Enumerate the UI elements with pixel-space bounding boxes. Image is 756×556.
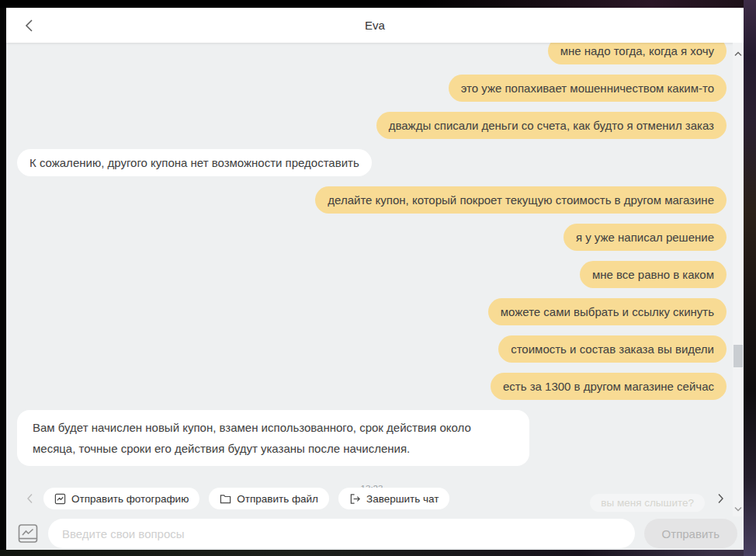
message-bubble-user: я у уже написал решение: [564, 224, 727, 251]
attach-image-icon: [18, 523, 38, 544]
quick-action-label: Отправить фотографию: [71, 493, 189, 505]
page-title: Eva: [365, 19, 385, 32]
quick-actions-toolbar: Отправить фотографию Отправить файл Заве…: [6, 488, 733, 509]
photo-icon: [54, 493, 66, 505]
chevron-left-icon: [24, 19, 35, 33]
send-button[interactable]: Отправить: [644, 519, 737, 548]
quick-action-chips: Отправить фотографию Отправить файл Заве…: [43, 488, 449, 509]
end-chat-icon: [349, 493, 361, 505]
chevron-left-icon: [26, 493, 33, 504]
message-bubble-user: это уже попахивает мошенничеством каким-…: [449, 75, 727, 102]
message-bubble-agent: К сожалению, другого купона нет возможно…: [17, 149, 372, 176]
faded-suggestion-chip: вы меня слышите?: [590, 494, 705, 512]
backdrop-right-strip: [744, 0, 756, 556]
quick-action-label: Завершить чат: [366, 493, 439, 505]
message-bubble-user: дважды списали деньги со счета, как будт…: [376, 112, 727, 139]
chat-scrollbar[interactable]: [733, 43, 744, 516]
message-bubble-user: стоимость и состав заказа вы видели: [498, 335, 727, 363]
composer-bar: Отправить: [6, 519, 744, 548]
message-bubble-user: мне все равно в каком: [580, 261, 727, 288]
attach-image-button[interactable]: [17, 523, 39, 544]
scrollbar-thumb[interactable]: [733, 345, 743, 367]
message-bubble-user: можете сами выбрать и ссылку скинуть: [488, 298, 727, 325]
quick-action-label: Отправить файл: [237, 493, 318, 505]
chevron-right-icon: [717, 493, 724, 504]
message-list: мне надо тогда, когда я хочу это уже поп…: [6, 43, 744, 488]
chevron-down-icon: [734, 506, 742, 512]
message-bubble-agent: Вам будет начислен новый купон, взамен и…: [17, 410, 529, 466]
carousel-right-button[interactable]: [713, 490, 728, 507]
send-photo-chip[interactable]: Отправить фотографию: [43, 488, 199, 509]
chat-window: Eva мне надо тогда, когда я хочу это уже…: [6, 8, 744, 550]
scroll-up-button[interactable]: [733, 47, 744, 60]
chat-header: Eva: [6, 8, 744, 43]
message-bubble-user: делайте купон, который покроет текущую с…: [315, 186, 727, 214]
scroll-down-button[interactable]: [733, 502, 744, 515]
send-file-chip[interactable]: Отправить файл: [209, 488, 329, 509]
carousel-left-button[interactable]: [22, 490, 37, 507]
message-input[interactable]: [48, 519, 635, 548]
message-bubble-user: мне надо тогда, когда я хочу: [548, 43, 727, 64]
message-bubble-user: есть за 1300 в другом магазине сейчас: [491, 373, 727, 400]
chevron-up-icon: [734, 51, 742, 57]
backdrop-bottom-strip: [0, 550, 744, 556]
folder-icon: [220, 493, 231, 505]
backdrop-top-strip: [0, 0, 756, 8]
back-button[interactable]: [20, 16, 39, 35]
end-chat-chip[interactable]: Завершить чат: [338, 488, 449, 509]
